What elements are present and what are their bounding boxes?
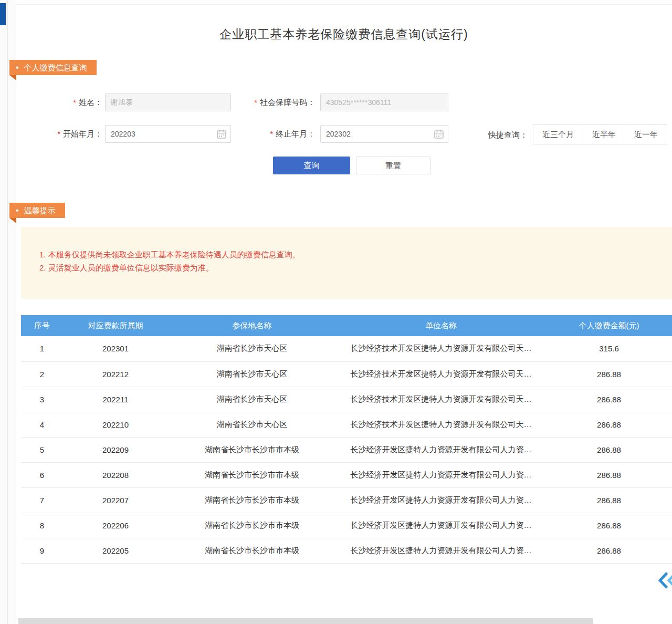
quick-query-group: 近三个月 近半年 近一年 bbox=[533, 124, 667, 144]
cell-location: 湖南省长沙市长沙市市本级 bbox=[168, 437, 336, 462]
section-badge-query: • 个人缴费信息查询 bbox=[9, 60, 97, 75]
col-header-employer: 单位名称 bbox=[336, 315, 546, 336]
table-body: 1 202301 湖南省长沙市天心区 长沙经济技术开发区捷特人力资源开发有限公司… bbox=[21, 336, 672, 563]
cell-index: 1 bbox=[21, 336, 63, 361]
cell-location: 湖南省长沙市天心区 bbox=[168, 412, 336, 437]
calendar-icon[interactable] bbox=[434, 129, 444, 139]
cell-employer: 长沙经济开发区捷特人力资源开发有限公司人力资… bbox=[336, 437, 546, 462]
cell-amount: 286.88 bbox=[546, 487, 672, 513]
cell-period: 202208 bbox=[63, 462, 168, 487]
cell-index: 3 bbox=[21, 387, 63, 412]
bullet-icon: • bbox=[16, 60, 19, 75]
start-month-field[interactable] bbox=[105, 125, 231, 143]
left-rail bbox=[0, 0, 16, 624]
table-row[interactable]: 8 202206 湖南省长沙市长沙市市本级 长沙经济开发区捷特人力资源开发有限公… bbox=[21, 513, 672, 538]
rail-divider bbox=[7, 0, 8, 624]
table-row[interactable]: 1 202301 湖南省长沙市天心区 长沙经济技术开发区捷特人力资源开发有限公司… bbox=[21, 336, 672, 361]
table-row[interactable]: 9 202205 湖南省长沙市长沙市市本级 长沙经济开发区捷特人力资源开发有限公… bbox=[21, 538, 672, 563]
cell-period: 202207 bbox=[63, 487, 168, 513]
cell-employer: 长沙经济开发区捷特人力资源开发有限公司人力资… bbox=[336, 538, 546, 563]
name-field[interactable] bbox=[105, 93, 231, 111]
page-title: 企业职工基本养老保险缴费信息查询(试运行) bbox=[16, 26, 672, 43]
notice-line: 2. 灵活就业人员的缴费单位信息以实际缴费为准。 bbox=[39, 261, 214, 274]
cell-index: 8 bbox=[21, 513, 63, 538]
cell-location: 湖南省长沙市天心区 bbox=[168, 361, 336, 387]
reset-button[interactable]: 重置 bbox=[356, 157, 430, 174]
cell-period: 202301 bbox=[63, 336, 168, 361]
table-row[interactable]: 6 202208 湖南省长沙市长沙市市本级 长沙经济开发区捷特人力资源开发有限公… bbox=[21, 462, 672, 487]
table-row[interactable]: 5 202209 湖南省长沙市长沙市市本级 长沙经济开发区捷特人力资源开发有限公… bbox=[21, 437, 672, 462]
page: 企业职工基本养老保险缴费信息查询(试运行) • 个人缴费信息查询 *姓名： *社… bbox=[0, 0, 672, 624]
notice-line: 1. 本服务仅提供尚未领取企业职工基本养老保险待遇人员的缴费信息查询。 bbox=[39, 248, 300, 261]
table-row[interactable]: 3 202211 湖南省长沙市天心区 长沙经济技术开发区捷特人力资源开发有限公司… bbox=[21, 387, 672, 412]
cell-employer: 长沙经济技术开发区捷特人力资源开发有限公司天… bbox=[336, 387, 546, 412]
cell-index: 6 bbox=[21, 462, 63, 487]
cell-amount: 286.88 bbox=[546, 513, 672, 538]
cell-period: 202206 bbox=[63, 513, 168, 538]
required-asterisk: * bbox=[255, 98, 257, 107]
table-row[interactable]: 2 202212 湖南省长沙市天心区 长沙经济技术开发区捷特人力资源开发有限公司… bbox=[21, 361, 672, 387]
bullet-icon: • bbox=[16, 203, 19, 218]
cell-employer: 长沙经济开发区捷特人力资源开发有限公司人力资… bbox=[336, 513, 546, 538]
cell-period: 202205 bbox=[63, 538, 168, 563]
results-table: 序号 对应费款所属期 参保地名称 单位名称 个人缴费金额(元) 1 202301… bbox=[21, 315, 672, 564]
notice-panel: 1. 本服务仅提供尚未领取企业职工基本养老保险待遇人员的缴费信息查询。 2. 灵… bbox=[21, 227, 672, 299]
required-asterisk: * bbox=[270, 130, 273, 138]
cell-employer: 长沙经济开发区捷特人力资源开发有限公司人力资… bbox=[336, 462, 546, 487]
cell-amount: 286.88 bbox=[546, 361, 672, 387]
cell-index: 2 bbox=[21, 361, 63, 387]
cell-period: 202209 bbox=[63, 437, 168, 462]
quick-btn-year[interactable]: 近一年 bbox=[625, 124, 667, 144]
cell-location: 湖南省长沙市长沙市市本级 bbox=[168, 487, 336, 513]
table-header: 序号 对应费款所属期 参保地名称 单位名称 个人缴费金额(元) bbox=[21, 315, 672, 336]
footer-scrollbar[interactable] bbox=[18, 618, 593, 624]
name-label: *姓名： bbox=[32, 93, 102, 111]
calendar-icon[interactable] bbox=[216, 129, 227, 139]
cell-amount: 286.88 bbox=[546, 462, 672, 487]
cell-amount: 286.88 bbox=[546, 412, 672, 437]
cell-employer: 长沙经济技术开发区捷特人力资源开发有限公司天… bbox=[336, 336, 546, 361]
quick-query-label: 快捷查询： bbox=[475, 125, 528, 145]
table-row[interactable]: 7 202207 湖南省长沙市长沙市市本级 长沙经济开发区捷特人力资源开发有限公… bbox=[21, 487, 672, 513]
cell-index: 7 bbox=[21, 487, 63, 513]
end-month-label: *终止年月： bbox=[231, 125, 315, 143]
col-header-index: 序号 bbox=[21, 315, 63, 336]
cell-period: 202211 bbox=[63, 387, 168, 412]
col-header-period: 对应费款所属期 bbox=[63, 315, 168, 336]
cell-employer: 长沙经济开发区捷特人力资源开发有限公司人力资… bbox=[336, 487, 546, 513]
cell-period: 202212 bbox=[63, 361, 168, 387]
cell-location: 湖南省长沙市天心区 bbox=[168, 336, 336, 361]
required-asterisk: * bbox=[74, 98, 76, 107]
cell-location: 湖南省长沙市长沙市市本级 bbox=[168, 513, 336, 538]
cell-location: 湖南省长沙市天心区 bbox=[168, 387, 336, 412]
end-month-field[interactable] bbox=[320, 125, 448, 143]
quick-btn-halfyear[interactable]: 近半年 bbox=[583, 124, 625, 144]
cell-index: 5 bbox=[21, 437, 63, 462]
cell-amount: 286.88 bbox=[546, 437, 672, 462]
cell-index: 4 bbox=[21, 412, 63, 437]
required-asterisk: * bbox=[58, 130, 60, 138]
sidebar-edge-block bbox=[0, 3, 6, 25]
cell-amount: 286.88 bbox=[546, 538, 672, 563]
cell-employer: 长沙经济技术开发区捷特人力资源开发有限公司天… bbox=[336, 361, 546, 387]
section-badge-tips: • 温馨提示 bbox=[9, 203, 65, 218]
ssn-label: *社会保障号码： bbox=[231, 93, 315, 111]
double-left-chevron-icon[interactable] bbox=[658, 569, 672, 591]
cell-location: 湖南省长沙市长沙市市本级 bbox=[168, 538, 336, 563]
cell-location: 湖南省长沙市长沙市市本级 bbox=[168, 462, 336, 487]
cell-amount: 315.6 bbox=[546, 336, 672, 361]
cell-period: 202210 bbox=[63, 412, 168, 437]
col-header-amount: 个人缴费金额(元) bbox=[546, 315, 672, 336]
section-badge-query-label: 个人缴费信息查询 bbox=[24, 60, 87, 75]
section-badge-tips-label: 温馨提示 bbox=[24, 203, 56, 218]
query-button[interactable]: 查询 bbox=[273, 157, 350, 174]
table-row[interactable]: 4 202210 湖南省长沙市天心区 长沙经济技术开发区捷特人力资源开发有限公司… bbox=[21, 412, 672, 437]
start-month-label: *开始年月： bbox=[32, 125, 102, 143]
cell-index: 9 bbox=[21, 538, 63, 563]
col-header-location: 参保地名称 bbox=[168, 315, 336, 336]
quick-btn-3months[interactable]: 近三个月 bbox=[533, 124, 583, 144]
ssn-field[interactable] bbox=[320, 93, 448, 111]
cell-employer: 长沙经济技术开发区捷特人力资源开发有限公司天… bbox=[336, 412, 546, 437]
cell-amount: 286.88 bbox=[546, 387, 672, 412]
